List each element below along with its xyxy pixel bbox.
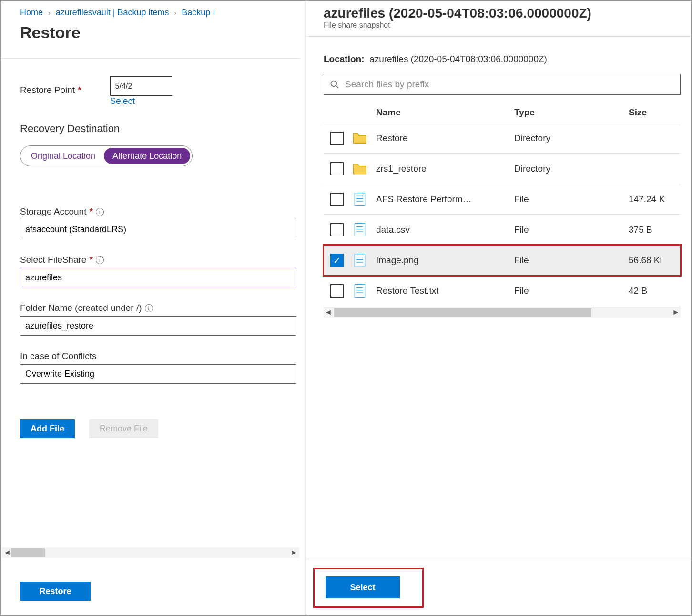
required-icon: * [89,255,92,265]
table-header: Name Type Size [324,95,681,123]
scroll-thumb[interactable] [334,308,591,317]
table-row[interactable]: data.csvFile375 B [324,215,681,245]
folder-name-input[interactable] [20,316,296,336]
cell-type: File [514,286,629,296]
scroll-left-icon[interactable]: ◄ [3,548,11,557]
recovery-destination-toggle[interactable]: Original Location Alternate Location [20,145,193,166]
breadcrumb-vault[interactable]: azurefilesvault | Backup items [56,8,169,17]
cell-name: zrs1_restore [376,164,514,174]
table-row[interactable]: RestoreDirectory [324,123,681,154]
label-text: In case of Conflicts [20,351,97,361]
svg-rect-2 [355,193,365,205]
restore-point-input[interactable]: 5/4/2 [110,76,172,96]
restore-form: Restore Point * 5/4/2 Select Recovery De… [20,51,300,438]
chevron-right-icon: › [45,9,53,17]
info-icon[interactable]: i [145,304,153,312]
label-text: Restore Point [20,85,75,95]
checkbox[interactable] [330,284,344,298]
storage-account-label: Storage Account * i [20,206,300,220]
search-input[interactable] [344,79,674,90]
cell-name: Image.png [376,255,514,266]
select-restore-point-link[interactable]: Select [110,96,172,106]
label-text: Storage Account [20,206,86,217]
info-icon[interactable]: i [96,208,104,216]
checkbox[interactable] [330,193,344,206]
recovery-destination-heading: Recovery Destination [20,106,300,145]
checkbox[interactable] [330,132,344,145]
svg-rect-6 [355,223,365,236]
scroll-left-icon[interactable]: ◄ [325,308,332,317]
breadcrumb: Home › azurefilesvault | Backup items › … [20,6,300,23]
svg-point-0 [331,81,337,87]
location-value: azurefiles (2020-05-04T08:03:06.0000000Z… [369,54,547,64]
table-row[interactable]: ✓Image.pngFile56.68 Ki [324,245,681,276]
cell-name: Restore Test.txt [376,286,514,296]
table-scrollbar[interactable]: ◄ ► [324,307,681,318]
search-icon [330,80,339,89]
breadcrumb-home[interactable]: Home [20,8,43,17]
panel-gap [301,547,306,616]
app-window: Home › azurefilesvault | Backup items › … [0,0,692,616]
breadcrumb-backup[interactable]: Backup I [182,8,215,17]
left-panel: Home › azurefilesvault | Backup items › … [1,1,300,615]
cell-name: Restore [376,133,514,144]
scroll-right-icon[interactable]: ► [290,548,298,557]
svg-rect-14 [355,284,365,297]
col-type[interactable]: Type [514,107,629,118]
scroll-thumb[interactable] [11,548,45,557]
fileshare-input[interactable] [20,268,296,287]
table-row[interactable]: zrs1_restoreDirectory [324,154,681,184]
scrollbar-horizontal[interactable]: ◄ ► [2,547,299,558]
panel-title: azurefiles (2020-05-04T08:03:06.0000000Z… [324,5,681,21]
divider [1,58,300,59]
location-row: Location: azurefiles (2020-05-04T08:03:0… [324,37,681,74]
cell-size: 375 B [629,225,681,235]
label-text: Select FileShare [20,255,86,265]
cell-size: 147.24 K [629,194,681,205]
info-icon[interactable]: i [96,256,104,264]
table-row[interactable]: Restore Test.txtFile42 B [324,276,681,306]
select-button[interactable]: Select [326,576,400,598]
cell-size: 42 B [629,286,681,296]
required-icon: * [78,85,81,95]
cell-name: data.csv [376,225,514,235]
restore-button[interactable]: Restore [20,582,91,601]
page-title: Restore [20,23,300,51]
cell-name: AFS Restore Perform… [376,194,514,205]
cell-size: 56.68 Ki [629,255,681,266]
panel-subtitle: File share snapshot [324,21,681,35]
svg-line-1 [336,86,338,88]
panel-footer: Select [306,559,692,615]
cell-type: Directory [514,133,629,144]
col-size[interactable]: Size [629,107,681,118]
cell-type: File [514,194,629,205]
scroll-right-icon[interactable]: ► [672,308,680,317]
file-action-buttons: Add File Remove File [20,386,300,438]
conflicts-select[interactable] [20,364,296,384]
search-box[interactable] [324,74,681,95]
restore-point-label: Restore Point * [20,85,81,98]
restore-point-row: Restore Point * 5/4/2 Select [20,76,300,106]
add-file-button[interactable]: Add File [20,419,75,438]
required-icon: * [89,206,92,217]
svg-rect-10 [355,254,365,267]
fileshare-label: Select FileShare * i [20,255,300,268]
checkbox[interactable] [330,162,344,175]
folder-name-label: Folder Name (created under /) i [20,303,300,316]
cell-type: Directory [514,164,629,174]
restore-point-value: 5/4/2 [115,82,132,91]
file-table-body: RestoreDirectoryzrs1_restoreDirectoryAFS… [324,123,681,306]
storage-account-input[interactable] [20,220,296,239]
col-name[interactable]: Name [376,107,514,118]
original-location-pill[interactable]: Original Location [22,148,104,164]
location-label: Location: [324,54,365,64]
table-row[interactable]: AFS Restore Perform…File147.24 K [324,184,681,215]
alternate-location-pill[interactable]: Alternate Location [104,148,190,164]
remove-file-button: Remove File [89,419,158,438]
checkbox[interactable]: ✓ [330,254,344,267]
checkbox[interactable] [330,223,344,236]
conflicts-label: In case of Conflicts [20,351,300,364]
cell-type: File [514,225,629,235]
chevron-right-icon: › [172,9,180,17]
cell-type: File [514,255,629,266]
